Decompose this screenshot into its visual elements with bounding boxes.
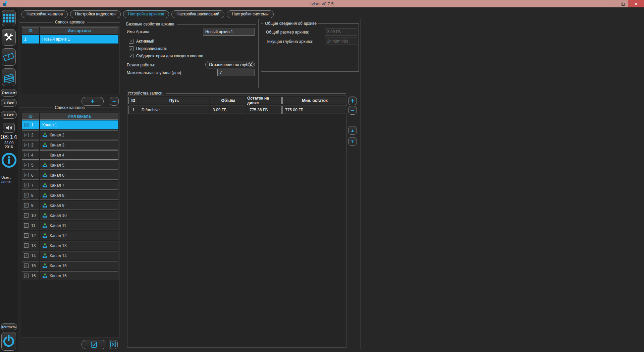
video-wall-button[interactable] — [2, 48, 16, 66]
wall-menu-button[interactable]: Стена ▶ — [1, 89, 17, 97]
all-cameras-button[interactable]: ●Все — [1, 99, 17, 107]
channel-name-cell[interactable]: Канал 10 — [40, 211, 118, 220]
channel-checkbox[interactable]: ✓ — [24, 143, 29, 147]
channels-col-name[interactable]: Имя канала — [40, 113, 118, 120]
channel-id-cell[interactable]: ✓7 — [22, 181, 39, 190]
channel-id-cell[interactable]: ✓5 — [22, 161, 39, 170]
channel-row[interactable]: ✓8 Канал 8 — [22, 191, 118, 200]
channel-name-cell[interactable]: Канал 5 — [40, 161, 118, 170]
archive-name-cell[interactable]: Новый архив 1 — [40, 35, 118, 44]
video-walls-stack-button[interactable] — [2, 68, 16, 86]
archives-col-name[interactable]: Имя архива — [40, 27, 118, 34]
channel-checkbox[interactable]: ✓ — [24, 253, 29, 258]
channel-row[interactable]: ✓9 Канал 9 — [22, 201, 118, 210]
channel-id-cell[interactable]: ✓13 — [22, 241, 39, 250]
devices-col-header[interactable]: Мин. остаток — [282, 97, 347, 104]
uncheck-all-channels-button[interactable] — [109, 340, 118, 349]
channel-name-cell[interactable]: Канал 11 — [40, 221, 118, 230]
channel-checkbox[interactable] — [24, 123, 29, 127]
channel-name-cell[interactable]: Канал 9 — [40, 201, 118, 210]
power-button[interactable] — [1, 332, 16, 351]
subdir-checkbox[interactable]: ✓ — [129, 54, 133, 58]
overwrite-checkbox[interactable]: ✓ — [129, 46, 133, 51]
archive-id-cell[interactable]: 1 — [22, 35, 39, 44]
device-cell[interactable]: 775.36 ГБ — [247, 106, 282, 114]
all-monitors-button[interactable]: ■Все — [1, 111, 17, 119]
close-button[interactable]: ✕ — [628, 0, 644, 7]
channel-name-cell[interactable]: Канал 12 — [40, 231, 118, 240]
tab-1[interactable]: Настройка каналов — [21, 10, 68, 18]
channel-id-cell[interactable]: ✓6 — [22, 171, 39, 180]
channel-id-cell[interactable]: ✓11 — [22, 221, 39, 230]
restore-button[interactable] — [618, 0, 628, 7]
channel-name-cell[interactable]: Канал 13 — [40, 241, 118, 250]
device-cell[interactable]: 1 — [128, 106, 138, 114]
channel-checkbox[interactable]: ✓ — [24, 233, 29, 238]
channel-name-cell[interactable]: Канал 2 — [40, 130, 118, 139]
add-archive-button[interactable]: + — [82, 97, 104, 106]
active-checkbox[interactable]: ✓ — [129, 39, 133, 44]
move-device-down-button[interactable]: ▼ — [348, 137, 357, 146]
device-row[interactable]: 1D:/archive3.09 ГБ775.36 ГБ775.00 ГБ — [128, 106, 347, 114]
overwrite-checkbox-row[interactable]: ✓ Перезаписывать — [129, 46, 167, 51]
channel-id-cell[interactable]: ✓4 — [22, 151, 39, 160]
channel-id-cell[interactable]: 1 — [22, 120, 39, 129]
channel-row[interactable]: ✓15 Канал 15 — [22, 261, 118, 270]
channel-id-cell[interactable]: ✓16 — [22, 271, 39, 280]
channel-row[interactable]: ✓13 Канал 13 — [22, 241, 118, 250]
channel-checkbox[interactable]: ✓ — [24, 203, 29, 208]
channel-name-cell[interactable]: Канал 6 — [40, 171, 118, 180]
contacts-button[interactable]: Контакты — [1, 323, 17, 330]
remove-device-button[interactable]: − — [348, 106, 357, 115]
devices-col-header[interactable]: Объём — [210, 97, 246, 104]
channel-row[interactable]: ✓12 Канал 12 — [22, 231, 118, 240]
channel-id-cell[interactable]: ✓9 — [22, 201, 39, 210]
devices-col-header[interactable]: Остаток на диске — [247, 97, 282, 104]
channel-id-cell[interactable]: ✓2 — [22, 130, 39, 139]
channel-row[interactable]: 1Канал 1 — [22, 120, 118, 129]
channel-checkbox[interactable]: ✓ — [24, 163, 29, 167]
remove-archive-button[interactable]: − — [110, 97, 119, 106]
tab-5[interactable]: Настройки системы — [227, 10, 274, 18]
channel-checkbox[interactable]: ✓ — [24, 243, 29, 248]
archives-col-id[interactable]: ID — [22, 27, 39, 34]
channel-name-cell[interactable]: Канал 3 — [40, 140, 118, 150]
channel-checkbox[interactable]: ✓ — [24, 183, 29, 187]
check-all-channels-button[interactable] — [82, 340, 106, 349]
move-device-up-button[interactable]: ▲ — [348, 126, 357, 135]
channel-row[interactable]: ✓3 Канал 3 — [22, 140, 118, 150]
channel-row[interactable]: ✓6 Канал 6 — [22, 171, 118, 180]
channel-id-cell[interactable]: ✓10 — [22, 211, 39, 220]
settings-tools-button[interactable] — [2, 29, 16, 46]
channel-row[interactable]: ✓14 Канал 14 — [22, 251, 118, 260]
channel-checkbox[interactable]: ✓ — [24, 133, 29, 137]
channel-id-cell[interactable]: ✓8 — [22, 191, 39, 200]
channel-checkbox[interactable]: ✓ — [24, 173, 29, 177]
device-cell[interactable]: 775.00 ГБ — [282, 106, 347, 114]
channel-name-cell[interactable]: Канал 8 — [40, 191, 118, 200]
channels-col-id[interactable]: ID — [22, 113, 39, 120]
channel-name-cell[interactable]: Канал 16 — [40, 271, 118, 280]
channel-name-cell[interactable]: Канал 1 — [40, 120, 118, 129]
channel-row[interactable]: ✓4Канал 4 — [22, 151, 118, 160]
minimize-button[interactable]: – — [608, 0, 618, 7]
channel-checkbox[interactable]: ✓ — [24, 213, 29, 218]
channel-row[interactable]: ✓2 Канал 2 — [22, 130, 118, 139]
channel-id-cell[interactable]: ✓15 — [22, 261, 39, 270]
channel-checkbox[interactable]: ✓ — [24, 274, 29, 278]
channel-name-cell[interactable]: Канал 7 — [40, 181, 118, 190]
channel-checkbox[interactable]: ✓ — [24, 223, 29, 228]
channel-row[interactable]: ✓5 Канал 5 — [22, 161, 118, 170]
channel-checkbox[interactable]: ✓ — [24, 193, 29, 197]
tab-3[interactable]: Настройка архивов — [123, 10, 169, 18]
device-cell[interactable]: 3.09 ГБ — [210, 106, 246, 114]
tab-4[interactable]: Настройка расписаний — [171, 10, 224, 18]
tab-2[interactable]: Настройка видеостен — [70, 10, 121, 18]
layout-grid-button[interactable] — [2, 10, 16, 26]
channel-id-cell[interactable]: ✓3 — [22, 140, 39, 150]
info-button[interactable] — [1, 153, 17, 168]
channel-row[interactable]: ✓11 Канал 11 — [22, 221, 118, 230]
devices-col-header[interactable]: Путь — [139, 97, 209, 104]
add-device-button[interactable]: + — [348, 97, 357, 105]
channel-row[interactable]: ✓16 Канал 16 — [22, 271, 118, 280]
